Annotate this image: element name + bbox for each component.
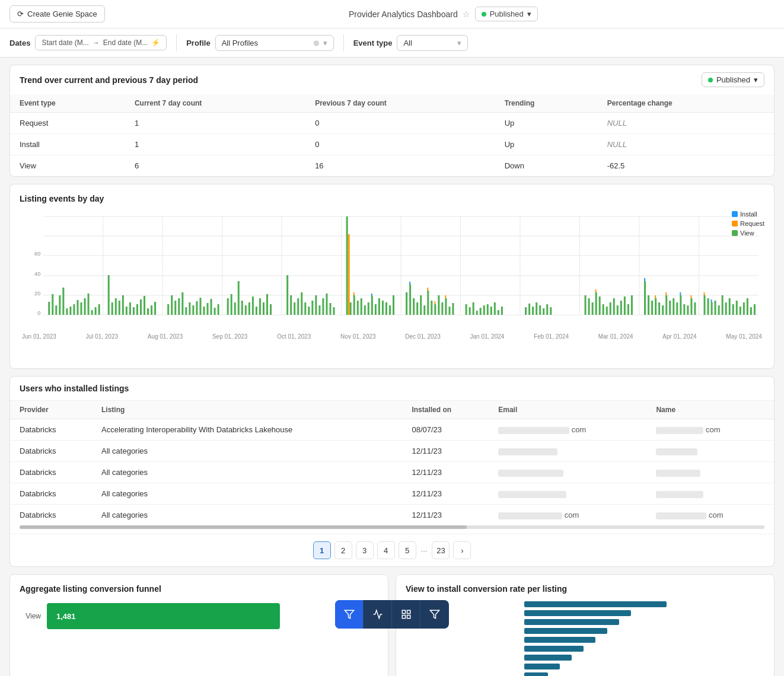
next-page-button[interactable]: › <box>453 541 471 559</box>
svg-rect-77 <box>270 304 272 315</box>
rate-chart-svg <box>406 598 764 676</box>
toolbar-filter-button[interactable] <box>335 600 364 629</box>
email-cell <box>489 441 646 462</box>
svg-rect-124 <box>445 295 446 298</box>
pct-change-cell: -62.5 <box>598 155 774 177</box>
svg-rect-141 <box>536 302 537 315</box>
svg-rect-81 <box>297 298 299 315</box>
svg-rect-43 <box>133 307 135 315</box>
svg-rect-109 <box>406 292 407 315</box>
app-header: ⟳ Create Genie Space Provider Analytics … <box>0 0 784 28</box>
svg-rect-82 <box>301 292 302 315</box>
page-23-button[interactable]: 23 <box>432 541 450 559</box>
legend-request-label: Request <box>740 220 764 227</box>
profile-select[interactable]: All Profiles ⊗ ▾ <box>215 35 334 51</box>
create-genie-space-button[interactable]: ⟳ Create Genie Space <box>9 5 105 23</box>
svg-rect-176 <box>683 304 685 315</box>
svg-rect-149 <box>595 292 597 315</box>
page-1-button[interactable]: 1 <box>313 541 331 559</box>
svg-rect-35 <box>98 304 100 315</box>
svg-rect-53 <box>178 298 180 315</box>
table-row: View 6 16 Down -62.5 <box>10 155 774 177</box>
trend-published-button[interactable]: Published ▾ <box>702 72 764 87</box>
col-provider: Provider <box>10 401 92 419</box>
svg-rect-84 <box>308 307 310 315</box>
page-5-button[interactable]: 5 <box>399 541 416 559</box>
svg-rect-140 <box>532 307 534 315</box>
dashboard-title: Provider Analytics Dashboard <box>349 9 458 19</box>
star-icon[interactable]: ☆ <box>463 9 470 19</box>
svg-rect-192 <box>736 301 738 315</box>
svg-rect-108 <box>393 295 394 315</box>
email-cell <box>489 483 646 505</box>
svg-rect-48 <box>151 305 152 315</box>
trending-cell: Up <box>495 134 598 155</box>
published-status-button[interactable]: Published ▾ <box>475 7 538 21</box>
page-2-button[interactable]: 2 <box>334 541 352 559</box>
svg-rect-170 <box>665 292 667 295</box>
svg-rect-26 <box>66 308 68 315</box>
email-blurred <box>498 470 563 477</box>
name-cell <box>646 483 774 505</box>
svg-rect-57 <box>192 305 194 315</box>
svg-rect-83 <box>304 302 306 315</box>
svg-rect-96 <box>353 292 355 295</box>
page-4-button[interactable]: 4 <box>377 541 395 559</box>
svg-rect-191 <box>732 304 734 315</box>
svg-rect-126 <box>452 303 454 315</box>
svg-rect-29 <box>77 300 78 315</box>
chart-container: Install Request View <box>20 211 764 359</box>
col-listing: Listing <box>92 401 402 419</box>
chart-card: Listing events by day Install Request Vi… <box>9 184 775 369</box>
provider-cell: Databricks <box>10 462 92 483</box>
x-label-jul: Jul 01, 2023 <box>86 333 119 340</box>
svg-rect-211 <box>402 616 405 618</box>
email-blurred <box>498 491 566 498</box>
toolbar-chart-button[interactable] <box>364 600 392 629</box>
svg-rect-180 <box>694 302 696 315</box>
svg-rect-196 <box>750 307 752 315</box>
previous-count-cell: 0 <box>305 113 495 134</box>
svg-rect-36 <box>108 275 110 315</box>
event-type-select[interactable]: All ▾ <box>397 35 468 51</box>
toolbar-grid-button[interactable] <box>392 600 420 629</box>
trending-cell: Up <box>495 113 598 134</box>
x-label-sep: Sep 01, 2023 <box>212 333 248 340</box>
svg-rect-115 <box>423 305 425 315</box>
arrow-icon: → <box>93 39 100 47</box>
horizontal-scrollbar[interactable] <box>20 525 764 529</box>
pagination: 1 2 3 4 5 ··· 23 › <box>10 534 774 566</box>
svg-rect-209 <box>407 610 410 613</box>
svg-rect-93 <box>348 234 350 315</box>
svg-rect-52 <box>174 301 176 315</box>
chevron-down-icon3: ▾ <box>457 39 461 47</box>
legend-install-dot <box>732 211 738 217</box>
svg-rect-138 <box>525 307 527 315</box>
current-count-cell: 1 <box>125 134 305 155</box>
svg-rect-46 <box>144 296 145 315</box>
svg-rect-65 <box>227 298 229 315</box>
page-3-button[interactable]: 3 <box>356 541 374 559</box>
svg-rect-117 <box>427 288 428 291</box>
svg-rect-208 <box>402 610 405 613</box>
x-label-may: May 01, 2024 <box>726 333 762 340</box>
svg-rect-152 <box>603 304 604 315</box>
svg-rect-33 <box>91 310 93 315</box>
col-trending: Trending <box>495 94 598 113</box>
email-blurred <box>498 512 562 519</box>
filters-bar: Dates Start date (M... → End date (M... … <box>0 28 784 58</box>
svg-rect-146 <box>585 295 587 315</box>
svg-rect-144 <box>546 304 548 315</box>
svg-rect-120 <box>434 301 435 304</box>
svg-rect-193 <box>740 307 741 315</box>
svg-rect-148 <box>592 302 594 315</box>
x-label-dec: Dec 01, 2023 <box>405 333 441 340</box>
email-blurred <box>498 427 569 434</box>
table-row: Request 1 0 Up NULL <box>10 113 774 134</box>
date-range-input[interactable]: Start date (M... → End date (M... ⚡ <box>35 35 167 50</box>
toolbar-funnel-button[interactable] <box>420 600 449 629</box>
svg-rect-27 <box>69 307 71 315</box>
svg-rect-98 <box>361 298 362 315</box>
svg-rect-86 <box>315 295 317 315</box>
svg-rect-197 <box>754 304 756 315</box>
